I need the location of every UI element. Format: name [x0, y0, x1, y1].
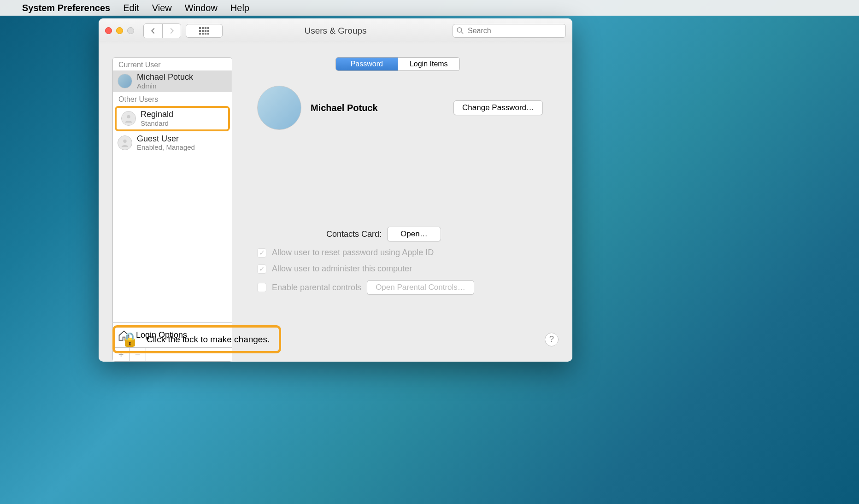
- search-icon: [456, 27, 464, 36]
- change-password-button[interactable]: Change Password…: [453, 100, 543, 115]
- window-controls: [105, 27, 134, 34]
- user-item-current[interactable]: Michael Potuck Admin: [113, 70, 232, 92]
- open-parental-button: Open Parental Controls…: [367, 280, 474, 295]
- svg-point-15: [123, 140, 126, 143]
- user-info: Guest User Enabled, Managed: [137, 135, 195, 152]
- user-role-label: Admin: [137, 82, 193, 90]
- svg-line-13: [461, 32, 463, 34]
- svg-rect-6: [205, 30, 206, 32]
- contacts-row: Contacts Card: Open…: [257, 227, 538, 241]
- svg-rect-2: [205, 27, 206, 29]
- svg-rect-11: [207, 33, 209, 35]
- svg-point-14: [127, 115, 130, 118]
- chevron-right-icon: [169, 28, 175, 34]
- allow-reset-row: ✓ Allow user to reset password using App…: [257, 248, 538, 258]
- zoom-button: [127, 27, 134, 34]
- sidebar: Current User Michael Potuck Admin Other …: [112, 57, 232, 362]
- main-panel: Password Login Items Michael Potuck Chan…: [239, 57, 563, 362]
- user-display-name: Michael Potuck: [311, 103, 444, 113]
- forward-button: [162, 24, 181, 38]
- avatar: [121, 111, 136, 126]
- footer: 🔒 Click the lock to make changes. ?: [112, 325, 559, 353]
- search-wrap: [453, 24, 566, 38]
- close-button[interactable]: [105, 27, 112, 34]
- svg-rect-5: [202, 30, 204, 32]
- tabs: Password Login Items: [335, 57, 460, 71]
- user-item-reginald[interactable]: Reginald Standard: [115, 106, 230, 131]
- content-area: Current User Michael Potuck Admin Other …: [99, 43, 572, 362]
- person-icon: [120, 138, 130, 148]
- app-menu[interactable]: System Preferences: [22, 3, 110, 13]
- show-all-button[interactable]: [186, 24, 223, 38]
- user-avatar-large[interactable]: [257, 86, 301, 130]
- svg-rect-0: [199, 27, 201, 29]
- search-input[interactable]: [453, 24, 566, 38]
- user-role-label: Standard: [141, 119, 173, 127]
- other-users-header: Other Users: [113, 92, 232, 105]
- allow-reset-checkbox: ✓: [257, 248, 266, 258]
- tab-login-items[interactable]: Login Items: [398, 58, 460, 70]
- user-name-label: Michael Potuck: [137, 73, 193, 82]
- svg-rect-3: [207, 27, 209, 29]
- svg-rect-10: [205, 33, 206, 35]
- user-info: Reginald Standard: [141, 110, 173, 127]
- menu-view[interactable]: View: [152, 3, 172, 13]
- back-button[interactable]: [144, 24, 162, 38]
- tab-password[interactable]: Password: [336, 58, 398, 70]
- menu-edit[interactable]: Edit: [123, 3, 139, 13]
- nav-buttons: [143, 23, 181, 38]
- user-item-guest[interactable]: Guest User Enabled, Managed: [113, 132, 232, 154]
- help-button[interactable]: ?: [545, 333, 559, 346]
- person-icon: [124, 113, 134, 123]
- svg-rect-9: [202, 33, 204, 35]
- user-header: Michael Potuck Change Password…: [239, 80, 557, 130]
- user-role-label: Enabled, Managed: [137, 143, 195, 151]
- svg-rect-8: [199, 33, 201, 35]
- menu-window[interactable]: Window: [185, 3, 218, 13]
- titlebar: Users & Groups: [99, 18, 572, 43]
- lock-icon[interactable]: 🔒: [121, 331, 138, 347]
- menubar: System Preferences Edit View Window Help: [0, 0, 859, 16]
- allow-admin-checkbox: ✓: [257, 264, 266, 274]
- parental-checkbox: [257, 283, 266, 292]
- user-name-label: Reginald: [141, 110, 173, 119]
- avatar: [118, 135, 132, 150]
- lock-area[interactable]: 🔒 Click the lock to make changes.: [112, 325, 281, 353]
- minimize-button[interactable]: [116, 27, 123, 34]
- parental-row: Enable parental controls Open Parental C…: [257, 280, 538, 295]
- user-name-label: Guest User: [137, 135, 195, 144]
- svg-rect-1: [202, 27, 204, 29]
- allow-admin-label: Allow user to administer this computer: [272, 264, 412, 274]
- lock-text: Click the lock to make changes.: [147, 334, 270, 345]
- parental-label: Enable parental controls: [272, 283, 361, 293]
- chevron-left-icon: [150, 28, 156, 34]
- grid-icon: [199, 27, 209, 35]
- current-user-header: Current User: [113, 58, 232, 70]
- open-contacts-button[interactable]: Open…: [387, 227, 441, 241]
- avatar: [118, 74, 132, 88]
- user-list: Current User Michael Potuck Admin Other …: [112, 57, 232, 323]
- svg-rect-7: [207, 30, 209, 32]
- menu-help[interactable]: Help: [230, 3, 249, 13]
- contacts-label: Contacts Card:: [326, 229, 382, 239]
- allow-admin-row: ✓ Allow user to administer this computer: [257, 264, 538, 274]
- controls: Contacts Card: Open… ✓ Allow user to res…: [239, 227, 557, 295]
- preferences-window: Users & Groups Current User Michael Potu…: [99, 18, 572, 362]
- user-info: Michael Potuck Admin: [137, 73, 193, 90]
- svg-point-12: [457, 28, 462, 32]
- svg-rect-4: [199, 30, 201, 32]
- allow-reset-label: Allow user to reset password using Apple…: [272, 248, 434, 258]
